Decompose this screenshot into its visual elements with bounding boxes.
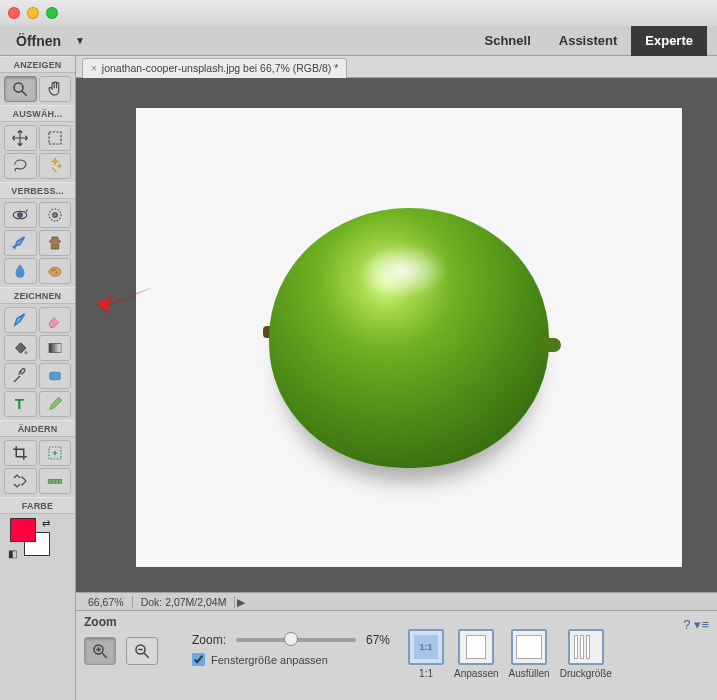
fit-ausfuellen-button[interactable]: Ausfüllen [509, 629, 550, 679]
canvas-area[interactable] [76, 78, 717, 592]
fit-1to1-button[interactable]: 1:1 1:1 [408, 629, 444, 679]
mode-tab-experte[interactable]: Experte [631, 26, 707, 56]
fit-ausfuellen-icon [511, 629, 547, 665]
document-canvas[interactable] [136, 108, 682, 567]
content-aware-tool[interactable] [4, 468, 37, 494]
tool-section-verbessern: VERBESS... [0, 182, 75, 199]
eyedropper-tool[interactable] [4, 363, 37, 389]
foreground-color-swatch[interactable] [10, 518, 36, 542]
pencil-tool[interactable] [39, 391, 72, 417]
document-tab[interactable]: × jonathan-cooper-unsplash.jpg bei 66,7%… [82, 58, 347, 78]
fit-druckgroesse-icon [568, 629, 604, 665]
image-content-lime [259, 198, 559, 478]
fit-anpassen-icon [458, 629, 494, 665]
smart-brush-tool[interactable] [4, 230, 37, 256]
window-minimize-button[interactable] [27, 7, 39, 19]
status-doc-info[interactable]: Dok: 2,07M/2,04M [133, 596, 236, 608]
zoom-label: Zoom: [192, 633, 226, 647]
fit-1to1-icon: 1:1 [408, 629, 444, 665]
tool-section-auswaehlen: AUSWÄH... [0, 105, 75, 122]
fit-anpassen-button[interactable]: Anpassen [454, 629, 498, 679]
zoom-in-button[interactable] [84, 637, 116, 665]
move-tool[interactable] [4, 125, 37, 151]
help-icon[interactable]: ? [683, 617, 690, 632]
default-colors-icon[interactable]: ◧ [8, 548, 17, 559]
options-menu-icon[interactable]: ▾≡ [694, 617, 709, 632]
status-zoom[interactable]: 66,67% [80, 596, 133, 608]
svg-rect-14 [50, 372, 61, 380]
svg-point-11 [54, 269, 55, 270]
zoom-slider-thumb[interactable] [284, 632, 298, 646]
window-zoom-button[interactable] [46, 7, 58, 19]
svg-text:T: T [15, 395, 24, 412]
tool-section-zeichnen: ZEICHNEN [0, 287, 75, 304]
straighten-tool[interactable] [39, 468, 72, 494]
fit-window-checkbox[interactable]: Fenstergröße anpassen [192, 653, 390, 666]
status-bar: 66,67% Dok: 2,07M/2,04M ▶ [76, 592, 717, 610]
svg-line-1 [23, 91, 28, 96]
status-menu-arrow[interactable]: ▶ [235, 596, 247, 608]
svg-point-12 [25, 351, 28, 354]
tool-options-panel: Zoom Zoom: 67% Fenstergröße anpassen [76, 610, 717, 700]
paint-bucket-tool[interactable] [4, 335, 37, 361]
svg-point-10 [56, 272, 58, 274]
document-tab-strip: × jonathan-cooper-unsplash.jpg bei 66,7%… [76, 56, 717, 78]
options-title: Zoom [84, 615, 174, 631]
fit-window-checkbox-input[interactable] [192, 653, 205, 666]
zoom-out-button[interactable] [126, 637, 158, 665]
blur-tool[interactable] [4, 258, 37, 284]
open-button[interactable]: Öffnen [6, 33, 71, 49]
type-tool[interactable]: T [4, 391, 37, 417]
color-swatch-area: ⇄ ◧ [0, 514, 75, 564]
window-close-button[interactable] [8, 7, 20, 19]
tool-section-aendern: ÄNDERN [0, 420, 75, 437]
open-dropdown-arrow[interactable]: ▼ [75, 35, 85, 46]
tool-section-anzeigen: ANZEIGEN [0, 56, 75, 73]
rectangular-marquee-tool[interactable] [39, 125, 72, 151]
swap-colors-icon[interactable]: ⇄ [42, 518, 50, 529]
zoom-tool[interactable] [4, 76, 37, 102]
hand-tool[interactable] [39, 76, 72, 102]
eraser-tool[interactable] [39, 307, 72, 333]
svg-line-5 [26, 210, 28, 212]
top-menu-bar: Öffnen ▼ Schnell Assistent Experte [0, 26, 717, 56]
gradient-tool[interactable] [39, 335, 72, 361]
tool-panel: ANZEIGEN AUSWÄH... VERBESS... ZEICHNEN [0, 56, 76, 700]
svg-point-9 [52, 270, 54, 272]
clone-stamp-tool[interactable] [39, 230, 72, 256]
redeye-tool[interactable] [4, 202, 37, 228]
fit-druckgroesse-button[interactable]: Druckgröße [560, 629, 612, 679]
recompose-tool[interactable] [39, 440, 72, 466]
svg-point-4 [18, 213, 23, 218]
close-tab-icon[interactable]: × [91, 63, 97, 74]
svg-line-26 [144, 653, 149, 658]
crop-tool[interactable] [4, 440, 37, 466]
window-titlebar [0, 0, 717, 26]
magic-wand-tool[interactable] [39, 153, 72, 179]
zoom-value: 67% [366, 633, 390, 647]
svg-point-0 [14, 83, 23, 92]
svg-point-7 [53, 213, 58, 218]
annotation-arrow [91, 278, 161, 321]
svg-rect-13 [49, 344, 61, 353]
tool-section-farbe: FARBE [0, 497, 75, 514]
spot-healing-tool[interactable] [39, 202, 72, 228]
svg-rect-2 [49, 132, 61, 144]
svg-line-22 [102, 653, 107, 658]
mode-tab-assistent[interactable]: Assistent [545, 26, 632, 56]
sponge-tool[interactable] [39, 258, 72, 284]
brush-tool[interactable] [4, 307, 37, 333]
mode-tab-schnell[interactable]: Schnell [471, 26, 545, 56]
lasso-tool[interactable] [4, 153, 37, 179]
document-tab-title: jonathan-cooper-unsplash.jpg bei 66,7% (… [102, 62, 338, 74]
shape-tool[interactable] [39, 363, 72, 389]
zoom-slider[interactable] [236, 638, 356, 642]
